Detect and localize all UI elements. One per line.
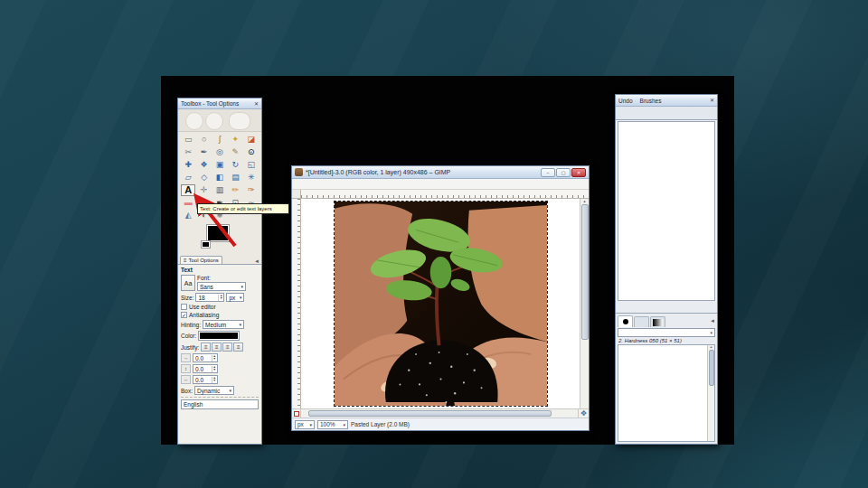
tool-zoom[interactable]: ⊙: [244, 146, 259, 158]
brush-filter-input[interactable]: ▾: [618, 328, 715, 337]
justify-button-2[interactable]: ≡: [222, 343, 232, 352]
presentation-slide: Toolbox - Tool Options ✕ ▭○ʃ✦◪✂✒◎✎⊙✚❖▣↻◱…: [0, 0, 868, 488]
scroll-up-icon[interactable]: ▲: [583, 199, 587, 203]
minimize-button[interactable]: –: [541, 168, 555, 177]
tool-options-icon: ≡: [184, 258, 187, 263]
box-combo[interactable]: Dynamic▾: [194, 386, 234, 395]
spacing-input-2[interactable]: 0.0▲▼: [193, 375, 218, 384]
toolbox-window: Toolbox - Tool Options ✕ ▭○ʃ✦◪✂✒◎✎⊙✚❖▣↻◱…: [177, 98, 262, 445]
tool-fuzzy-select[interactable]: ✦: [228, 134, 242, 145]
language-input[interactable]: English: [181, 399, 259, 409]
brushes-panel: ◄ ▾ 2. Hardness 050 (51 × 51) ▲: [616, 313, 717, 444]
spacing-input-1[interactable]: 0.0▲▼: [193, 364, 218, 373]
font-label: Font:: [197, 275, 246, 281]
tab-patterns[interactable]: [634, 316, 649, 327]
tool-free-select[interactable]: ʃ: [212, 134, 227, 145]
vertical-scroll-thumb[interactable]: [581, 204, 589, 340]
tool-text[interactable]: A: [181, 184, 195, 196]
brushes-tab-row: ◄: [616, 314, 717, 327]
brush-scrollbar[interactable]: ▲: [707, 345, 714, 441]
status-bar: px▾ 100%▾ Pasted Layer (2.0 MB): [292, 418, 589, 430]
justify-button-0[interactable]: ≡: [201, 343, 211, 352]
tool-heal[interactable]: ✛: [196, 184, 211, 196]
tool-pencil-sketch[interactable]: ✎: [228, 146, 242, 158]
tab-gradients[interactable]: [650, 316, 665, 327]
tool-flip[interactable]: ◧: [212, 172, 227, 183]
justify-button-3[interactable]: ≡: [233, 343, 243, 352]
horizontal-ruler: [301, 190, 589, 198]
text-tool-tooltip: Text: Create or edit text layers: [197, 203, 289, 214]
maximize-button[interactable]: ▢: [556, 168, 571, 177]
tool-align[interactable]: ❖: [196, 159, 211, 171]
gimp-wilber-logo: [178, 109, 261, 132]
unit-combo[interactable]: px▾: [295, 420, 315, 429]
text-section-label: Text: [181, 267, 193, 273]
tool-rect-select[interactable]: ▭: [181, 134, 195, 145]
tool-scale[interactable]: ◱: [244, 159, 259, 171]
plant-in-hands-photo: [335, 202, 547, 406]
tool-crop[interactable]: ▣: [212, 159, 227, 171]
photo-layer[interactable]: [334, 201, 548, 407]
gimp-screenshot-region: Toolbox - Tool Options ✕ ▭○ʃ✦◪✂✒◎✎⊙✚❖▣↻◱…: [161, 76, 734, 445]
spacing-icon-1: ↕: [181, 364, 191, 373]
tool-scissors[interactable]: ✂: [181, 146, 195, 158]
toolbox-titlebar[interactable]: Toolbox - Tool Options ✕: [178, 99, 261, 109]
dock-title-brushes: Brushes: [640, 98, 662, 104]
close-button[interactable]: ✕: [571, 168, 586, 177]
horizontal-scroll-thumb[interactable]: [308, 410, 552, 417]
tool-options-tab-label: Tool Options: [189, 258, 219, 263]
dock-titlebar[interactable]: Undo Brushes ✕: [616, 95, 717, 107]
font-preview-button[interactable]: Aa: [181, 275, 195, 291]
tool-cage-transform[interactable]: ▤: [228, 172, 242, 183]
tool-gradient[interactable]: ▥: [212, 184, 227, 196]
tool-perspective[interactable]: ◇: [196, 172, 211, 183]
tab-brushes[interactable]: [618, 315, 633, 327]
close-icon[interactable]: ✕: [254, 101, 259, 107]
tool-pencil[interactable]: ✏: [228, 184, 242, 196]
tool-shear[interactable]: ▱: [181, 172, 195, 183]
size-unit-combo[interactable]: px▾: [226, 293, 244, 302]
tool-move[interactable]: ✚: [181, 159, 195, 171]
zoom-combo[interactable]: 100%▾: [317, 420, 348, 429]
tool-ellipse-select[interactable]: ○: [196, 134, 211, 145]
use-editor-label: Use editor: [189, 304, 216, 310]
spacing-input-0[interactable]: 0.0▲▼: [193, 353, 218, 362]
horizontal-scrollbar[interactable]: [301, 409, 578, 418]
foreground-color-swatch[interactable]: [207, 225, 229, 241]
tab-tool-options[interactable]: ≡ Tool Options: [180, 256, 222, 264]
tool-unified-transform[interactable]: ✳: [244, 172, 259, 183]
close-icon[interactable]: ✕: [710, 98, 714, 103]
vertical-scrollbar[interactable]: ▲: [580, 199, 589, 408]
spacing-icon-2: ↔: [181, 375, 191, 384]
spacing-row-0: →0.0▲▼: [181, 353, 259, 362]
ruler-corner[interactable]: [292, 190, 301, 198]
gimp-app-icon: [295, 168, 303, 176]
tool-options-tabrow: ≡ Tool Options ◄: [178, 250, 261, 264]
tool-paintbrush[interactable]: ✑: [244, 184, 259, 196]
canvas[interactable]: [301, 199, 580, 408]
dock-arrow-icon[interactable]: ◄: [710, 318, 715, 324]
background-color-swatch[interactable]: [202, 241, 210, 248]
brush-scroll-thumb[interactable]: [709, 350, 714, 386]
undo-button-row: [616, 301, 717, 313]
horizontal-scrollbar-row: ✥: [292, 408, 589, 418]
tool-measure[interactable]: ◎: [212, 146, 227, 158]
quick-mask-toggle[interactable]: [292, 409, 301, 418]
antialiasing-checkbox[interactable]: ✓: [181, 312, 187, 318]
navigation-cross-icon[interactable]: ✥: [578, 409, 589, 418]
size-input[interactable]: 18 ▲▼: [195, 293, 224, 302]
image-window-titlebar[interactable]: *[Untitled]-3.0 (RGB color, 1 layer) 490…: [292, 166, 589, 179]
text-color-button[interactable]: [198, 331, 240, 341]
tool-rotate[interactable]: ↻: [228, 159, 242, 171]
tool-paths[interactable]: ✒: [196, 146, 211, 158]
tool-options-panel: Text Aa Font: Sans▾ Size: 18 ▲▼: [178, 264, 261, 444]
hinting-combo[interactable]: Medium▾: [203, 320, 244, 329]
tool-color-picker[interactable]: ◪: [244, 134, 259, 145]
justify-button-1[interactable]: ≡: [212, 343, 222, 352]
font-combo[interactable]: Sans▾: [197, 282, 246, 291]
use-editor-checkbox[interactable]: [181, 304, 187, 310]
tool-eraser[interactable]: ▬: [181, 197, 195, 209]
menu-bar: [292, 179, 589, 190]
tool-blur-sharpen[interactable]: ◭: [181, 210, 195, 221]
color-label: Color:: [181, 333, 196, 339]
